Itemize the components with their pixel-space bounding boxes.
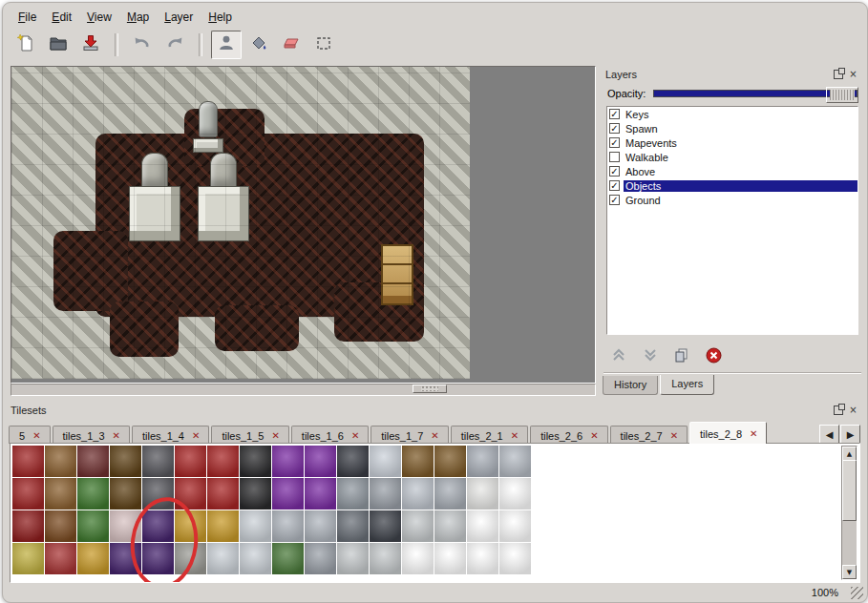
tile-0-15[interactable] [499,446,531,477]
tile-2-3[interactable] [110,510,141,542]
tile-1-6[interactable] [207,478,239,509]
move-layer-up-button[interactable] [609,345,628,364]
opacity-slider-handle[interactable] [826,87,858,103]
layer-row-spawn[interactable]: ✓Spawn [607,121,857,135]
undo-button[interactable] [127,31,158,59]
select-tool-button[interactable] [308,31,339,59]
layer-row-above[interactable]: ✓Above [607,164,857,178]
close-panel-button[interactable]: × [847,404,859,416]
close-panel-button[interactable]: × [847,68,859,80]
tile-2-12[interactable] [402,510,434,542]
tileset-tab-5[interactable]: 5✕ [9,426,51,444]
tile-2-10[interactable] [337,510,369,542]
layer-visibility-checkbox[interactable]: ✓ [609,195,620,205]
tile-3-1[interactable] [45,543,76,574]
panel-tab-layers[interactable]: Layers [660,375,714,395]
save-button[interactable] [75,31,106,59]
tile-0-5[interactable] [175,446,206,477]
tile-1-12[interactable] [402,478,434,509]
tileset-tab-tiles_1_6[interactable]: tiles_1_6✕ [291,426,369,444]
tile-0-9[interactable] [305,446,336,477]
scrollbar-thumb[interactable] [413,385,447,393]
eraser-tool-button[interactable] [276,31,307,59]
tile-0-8[interactable] [272,446,304,477]
scroll-tabs-left-button[interactable]: ◀ [819,425,839,445]
tile-1-15[interactable] [499,478,531,509]
tile-3-7[interactable] [240,543,271,574]
tile-3-11[interactable] [370,543,401,574]
tile-2-14[interactable] [467,510,498,542]
tile-0-6[interactable] [207,446,239,477]
layer-visibility-checkbox[interactable] [609,152,620,162]
tab-close-icon[interactable]: ✕ [511,431,519,441]
layer-row-mapevents[interactable]: ✓Mapevents [607,135,857,150]
tile-0-1[interactable] [45,446,76,477]
map-viewport[interactable] [11,66,596,384]
tile-1-7[interactable] [240,478,271,509]
stamp-tool-button[interactable] [211,31,242,59]
menu-layer[interactable]: Layer [157,9,201,26]
tileset-tab-tiles_1_7[interactable]: tiles_1_7✕ [370,426,448,444]
layer-visibility-checkbox[interactable]: ✓ [609,180,620,191]
tile-0-0[interactable] [12,446,44,477]
new-button[interactable] [11,31,41,59]
tile-2-7[interactable] [240,510,271,542]
layer-visibility-checkbox[interactable]: ✓ [609,109,620,119]
tile-3-5[interactable] [175,543,206,574]
tileset-tab-tiles_2_7[interactable]: tiles_2_7✕ [610,426,688,444]
tileset-tab-tiles_1_3[interactable]: tiles_1_3✕ [53,426,130,444]
tile-1-10[interactable] [337,478,369,509]
tile-3-3[interactable] [110,543,141,574]
tileset-tab-tiles_1_4[interactable]: tiles_1_4✕ [132,426,209,444]
tile-2-13[interactable] [434,510,466,542]
layer-visibility-checkbox[interactable]: ✓ [609,166,620,177]
map-horizontal-scrollbar[interactable] [11,384,596,396]
tile-2-0[interactable] [12,510,44,542]
tile-1-3[interactable] [110,478,141,509]
tile-0-10[interactable] [337,446,369,477]
tileset-tab-tiles_2_6[interactable]: tiles_2_6✕ [530,426,607,444]
tile-1-5[interactable] [175,478,206,509]
tile-1-2[interactable] [77,478,109,509]
tile-3-13[interactable] [434,543,466,574]
layer-visibility-checkbox[interactable]: ✓ [609,123,620,134]
delete-layer-button[interactable] [704,345,723,364]
tile-3-8[interactable] [272,543,304,574]
tile-2-6[interactable] [207,510,239,542]
tile-3-0[interactable] [12,543,44,574]
tile-0-7[interactable] [240,446,271,477]
redo-button[interactable] [159,31,190,59]
float-panel-button[interactable] [832,68,844,80]
tile-0-13[interactable] [434,446,466,477]
menu-view[interactable]: View [79,9,119,26]
tile-2-11[interactable] [370,510,401,542]
tile-1-1[interactable] [45,478,76,509]
tile-0-11[interactable] [370,446,401,477]
tab-close-icon[interactable]: ✕ [351,431,359,441]
fill-tool-button[interactable] [243,31,274,59]
tileset-tab-tiles_1_5[interactable]: tiles_1_5✕ [211,426,288,444]
tile-2-4[interactable] [142,510,174,542]
tile-2-8[interactable] [272,510,304,542]
tile-3-4[interactable] [142,543,174,574]
tile-1-14[interactable] [467,478,498,509]
tab-close-icon[interactable]: ✕ [32,431,40,441]
layer-row-keys[interactable]: ✓Keys [607,107,857,121]
tile-3-10[interactable] [337,543,369,574]
tile-0-12[interactable] [402,446,434,477]
duplicate-layer-button[interactable] [672,345,691,364]
panel-tab-history[interactable]: History [603,376,658,395]
tile-1-0[interactable] [12,478,44,509]
tile-0-14[interactable] [467,446,498,477]
tab-close-icon[interactable]: ✕ [750,429,757,439]
tileset-tab-tiles_2_8[interactable]: tiles_2_8✕ [689,422,767,444]
scrollbar-thumb[interactable] [842,460,857,521]
tab-close-icon[interactable]: ✕ [431,431,438,441]
tile-3-12[interactable] [402,543,434,574]
tab-close-icon[interactable]: ✕ [192,431,200,441]
scroll-up-arrow[interactable]: ▲ [842,447,857,461]
tileset-tab-tiles_2_1[interactable]: tiles_2_1✕ [451,426,528,444]
tab-close-icon[interactable]: ✕ [590,431,598,441]
layer-row-objects[interactable]: ✓Objects [607,178,857,193]
menu-map[interactable]: Map [119,9,157,26]
